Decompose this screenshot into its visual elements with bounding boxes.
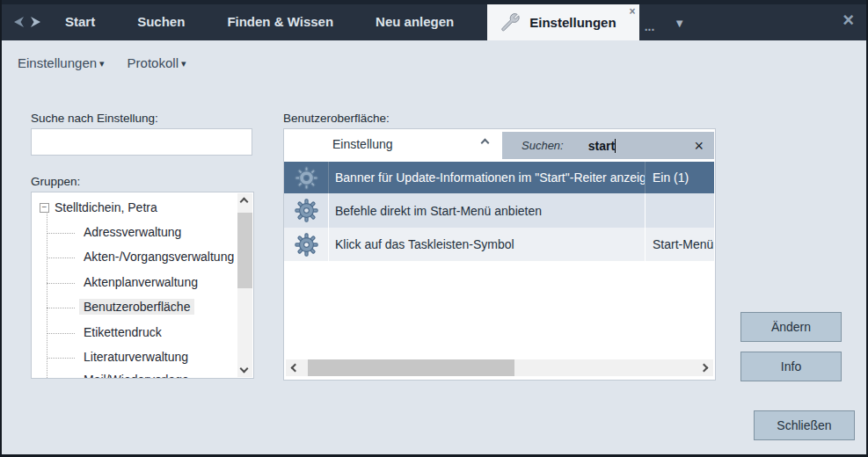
table-scrollbar-thumb[interactable] — [308, 359, 514, 376]
gear-icon — [284, 193, 329, 228]
forward-arrow-icon[interactable] — [28, 14, 44, 30]
row-value: Start-Menü — [645, 228, 714, 261]
back-arrow-icon[interactable] — [11, 14, 26, 30]
tree-scrollbar-thumb[interactable] — [237, 213, 252, 288]
row-label: Banner für Update-Informationen im "Star… — [329, 170, 645, 185]
active-tab-label: Einstellungen — [529, 15, 616, 30]
tree-item-mail-wiedervorlage[interactable]: Mail/Wiedervorlage — [79, 372, 193, 379]
column-header-einstellung[interactable]: Einstellung — [332, 137, 393, 151]
tab-start[interactable]: Start — [44, 5, 116, 39]
schliessen-button[interactable]: Schließen — [754, 410, 855, 440]
aendern-button[interactable]: Ändern — [740, 312, 842, 342]
table-search-value[interactable]: start — [588, 139, 616, 153]
menu-protokoll-label: Protokoll — [128, 55, 179, 70]
menu-einstellungen-label: Einstellungen — [18, 55, 97, 70]
menu-protokoll[interactable]: Protokoll ▾ — [128, 55, 186, 70]
text-cursor — [615, 139, 616, 153]
row-value: Ein (1) — [645, 162, 714, 193]
groups-label: Gruppen: — [31, 175, 80, 188]
search-clear-icon[interactable]: × — [694, 139, 704, 153]
gear-icon — [284, 162, 329, 193]
tree-root-label: Stelltdichein, Petra — [55, 200, 157, 214]
tree-scrollbar[interactable] — [237, 193, 252, 377]
table-horizontal-scrollbar[interactable] — [286, 359, 713, 376]
tree-guide-line — [47, 214, 47, 378]
window-close-icon[interactable]: × — [842, 11, 854, 29]
tab-dropdown-icon[interactable]: ▼ — [674, 17, 685, 30]
gear-icon — [284, 228, 329, 261]
row-label: Befehle direkt im Start-Menü anbieten — [329, 204, 645, 218]
tree-item-benutzeroberflaeche[interactable]: Benutzeroberfläche — [79, 299, 194, 315]
row-label: Klick auf das Taskleisten-Symbol — [329, 237, 645, 251]
top-tab-bar: Start Suchen Finden & Wissen Neu anlegen… — [2, 0, 866, 40]
tab-overflow-ellipsis[interactable]: ... — [645, 19, 655, 33]
table-row-banner-update[interactable]: Banner für Update-Informationen im "Star… — [284, 162, 714, 193]
info-button[interactable]: Info — [740, 352, 842, 381]
row-value — [645, 193, 714, 228]
menu-bar: Einstellungen ▾ Protokoll ▾ — [2, 40, 866, 84]
scroll-left-icon[interactable] — [291, 364, 300, 373]
tab-close-icon[interactable]: × — [630, 5, 636, 18]
menu-einstellungen[interactable]: Einstellungen ▾ — [18, 55, 105, 70]
settings-table: Einstellung Suchen: start × — [283, 128, 716, 381]
settings-panel-label: Benutzeroberfläche: — [283, 112, 390, 125]
chevron-down-icon: ▾ — [181, 58, 186, 69]
tree-item-adressverwaltung[interactable]: Adressverwaltung — [79, 224, 186, 240]
table-row-taskleisten-symbol[interactable]: Klick auf das Taskleisten-Symbol Start-M… — [284, 228, 714, 261]
tree-item-aktenplanverwaltung[interactable]: Aktenplanverwaltung — [79, 274, 202, 290]
collapse-icon[interactable]: − — [40, 203, 49, 213]
tree-item-etikettendruck[interactable]: Etikettendruck — [79, 324, 166, 340]
scroll-down-icon[interactable] — [240, 365, 249, 374]
app-window: Start Suchen Finden & Wissen Neu anlegen… — [0, 0, 868, 457]
tab-suchen[interactable]: Suchen — [116, 5, 206, 39]
scroll-up-icon[interactable] — [240, 198, 249, 207]
tab-finden-wissen[interactable]: Finden & Wissen — [206, 5, 354, 39]
tree-item-literaturverwaltung[interactable]: Literaturverwaltung — [79, 349, 193, 365]
sort-ascending-icon[interactable] — [481, 139, 490, 148]
tab-einstellungen-active[interactable]: Einstellungen × — [487, 4, 638, 40]
scroll-right-icon[interactable] — [700, 364, 709, 373]
table-search-label: Suchen: — [522, 139, 564, 152]
tree-item-akten-vorgangsverwaltung[interactable]: Akten-/Vorgangsverwaltung — [79, 249, 238, 265]
chevron-down-icon: ▾ — [99, 58, 105, 69]
table-row-befehle-startmenu[interactable]: Befehle direkt im Start-Menü anbieten — [284, 193, 714, 228]
tree-root-stelltdichein[interactable]: − Stelltdichein, Petra — [40, 200, 157, 214]
search-setting-label: Suche nach Einstellung: — [31, 112, 158, 125]
search-setting-input[interactable] — [31, 128, 252, 156]
groups-tree: − Stelltdichein, Petra Adressverwaltung … — [31, 192, 254, 379]
tab-neu-anlegen[interactable]: Neu anlegen — [354, 5, 475, 39]
nav-arrows — [11, 14, 44, 30]
table-search-box[interactable]: Suchen: start × — [502, 132, 714, 159]
wrench-icon — [500, 12, 521, 33]
